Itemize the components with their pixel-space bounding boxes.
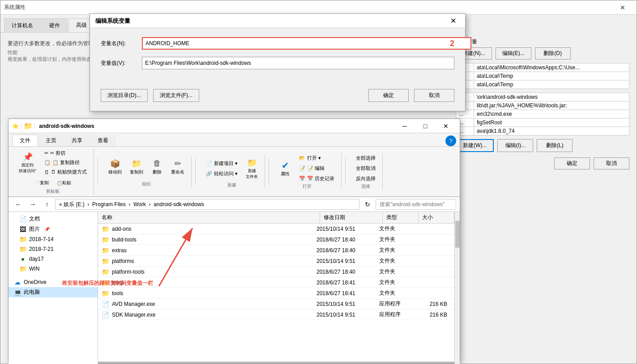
open-group: ✔ 属性 📂 打开 ▾ 📝 📝 编辑 📅 📅 历史记录 bbox=[273, 153, 342, 190]
rename-btn[interactable]: ✏ 重命名 bbox=[168, 156, 188, 178]
forward-btn[interactable]: → bbox=[26, 199, 39, 210]
sys-props-close-btn[interactable]: ✕ bbox=[612, 0, 633, 15]
table-row[interactable]: ... ava\jdk1.8.0_74 bbox=[456, 127, 629, 135]
var-value-label: 变量值(V): bbox=[101, 59, 137, 67]
folder-icon: 📁 bbox=[102, 247, 109, 254]
browse-file-btn[interactable]: 浏览文件(F)... bbox=[153, 89, 199, 102]
folder-2018-7-14-icon: 📁 bbox=[19, 236, 26, 243]
nav-item-2018-7-14[interactable]: 📁 2018-7-14 bbox=[9, 234, 98, 244]
table-row[interactable]: ... ata\Local\Temp bbox=[456, 80, 629, 89]
ribbon-tab-view[interactable]: 查看 bbox=[90, 135, 116, 146]
edit-var-content: 变量名(N): 2 变量值(V): bbox=[90, 28, 465, 85]
list-item[interactable]: 📁 temp 2018/6/27 18:41 文件夹 bbox=[98, 277, 454, 288]
table-row[interactable]: ... \ork\android-sdk-windows bbox=[456, 93, 629, 102]
help-btn[interactable]: ? bbox=[445, 135, 456, 146]
list-item[interactable]: 📄 AVD Manager.exe 2015/10/14 9:51 应用程序 2… bbox=[98, 299, 454, 309]
table-row[interactable]: ... em32\cmd.exe bbox=[456, 110, 629, 119]
ribbon-tab-share[interactable]: 共享 bbox=[64, 135, 90, 146]
copy-btn[interactable]: 📄 复制 bbox=[31, 178, 52, 188]
delete-btn[interactable]: 🗑 删除 bbox=[148, 156, 166, 178]
back-btn[interactable]: ← bbox=[12, 199, 25, 210]
list-item[interactable]: 📄 SDK Manager.exe 2015/10/14 9:51 应用程序 2… bbox=[98, 309, 454, 320]
folder-icon: 📁 bbox=[102, 258, 109, 265]
col-header-name[interactable]: 名称 bbox=[98, 212, 320, 223]
search-input[interactable] bbox=[376, 199, 456, 210]
edit-user-var-btn[interactable]: 编辑(E)... bbox=[496, 47, 531, 59]
open-btn[interactable]: 📂 打开 ▾ bbox=[296, 153, 338, 163]
copy-path-btn[interactable]: 📋 📋 复制路径 bbox=[41, 158, 90, 167]
explorer-close-btn[interactable]: ✕ bbox=[436, 119, 456, 133]
properties-btn[interactable]: ✔ 属性 bbox=[276, 158, 294, 179]
scrollbar-thumb[interactable] bbox=[455, 221, 460, 248]
new-folder-btn[interactable]: 📁 新建文件夹 bbox=[243, 155, 261, 182]
organize-btns: 📦 移动到 📁 复制到 🗑 删除 ✏ 重命名 bbox=[105, 156, 188, 178]
explorer-minimize-btn[interactable]: ─ bbox=[394, 119, 415, 133]
nav-item-2018-7-21[interactable]: 📁 2018-7-21 bbox=[9, 244, 98, 254]
table-row[interactable]: ... figSetRoot bbox=[456, 119, 629, 127]
tab-computer-name[interactable]: 计算机名 bbox=[4, 18, 41, 32]
list-item[interactable]: 📁 add-ons 2015/10/14 9:51 文件夹 bbox=[98, 224, 454, 234]
dialog-ok-btn[interactable]: 确定 bbox=[368, 89, 409, 102]
history-btn[interactable]: 📅 📅 历史记录 bbox=[296, 174, 338, 183]
ribbon-tab-file[interactable]: 文件 bbox=[12, 135, 38, 146]
dialog-cancel-btn[interactable]: 取消 bbox=[414, 89, 454, 102]
copy-icon: 📄 bbox=[34, 181, 40, 186]
address-input[interactable] bbox=[55, 199, 359, 210]
pin-btn[interactable]: 📌 固定到快速访问" bbox=[16, 149, 39, 176]
browse-dir-btn[interactable]: 浏览目录(D)... bbox=[101, 89, 148, 102]
move-to-btn[interactable]: 📦 移动到 bbox=[105, 156, 125, 178]
ribbon-tab-home[interactable]: 主页 bbox=[38, 135, 64, 146]
delete-user-var-btn[interactable]: 删除(D) bbox=[535, 47, 571, 59]
deselect-all-btn[interactable]: 全部取消 bbox=[353, 164, 379, 173]
col-header-size[interactable]: 大小 bbox=[419, 212, 454, 223]
explorer-maximize-btn[interactable]: □ bbox=[415, 119, 436, 133]
list-item[interactable]: 📁 platform-tools 2018/6/27 18:40 文件夹 bbox=[98, 267, 454, 277]
new-item-btn[interactable]: 📄 新建项目 ▾ bbox=[203, 159, 241, 168]
delete-sys-var-btn[interactable]: 删除(L) bbox=[537, 139, 573, 152]
nav-item-pics[interactable]: 🖼 图片 📌 bbox=[9, 224, 98, 234]
copy-to-btn[interactable]: 📁 复制到 bbox=[127, 156, 146, 178]
list-item[interactable]: 📁 extras 2018/6/27 18:40 文件夹 bbox=[98, 245, 454, 256]
nav-item-onedrive[interactable]: ☁ OneDrive bbox=[9, 277, 98, 287]
table-row[interactable]: ... ata\Local\Temp bbox=[456, 72, 629, 80]
tab-hardware[interactable]: 硬件 bbox=[42, 18, 68, 32]
up-btn[interactable]: ↑ bbox=[41, 199, 53, 210]
col-header-type[interactable]: 类型 bbox=[383, 212, 419, 223]
copy-path-label: 📋 复制路径 bbox=[52, 159, 80, 166]
list-item[interactable]: 📁 tools 2018/6/27 18:41 文件夹 bbox=[98, 288, 454, 299]
file-date: 2015/10/14 9:51 bbox=[316, 301, 379, 307]
col-header-date[interactable]: 修改日期 bbox=[320, 212, 383, 223]
table-row[interactable]: ... ata\Local\Microsoft\WindowsApps;C:\U… bbox=[456, 63, 629, 72]
list-item[interactable]: 📁 platforms 2015/10/14 9:51 文件夹 bbox=[98, 256, 454, 267]
paste-btn[interactable]: 📋 粘贴 bbox=[54, 178, 74, 188]
file-date: 2015/10/14 9:51 bbox=[316, 258, 379, 264]
nav-item-docs[interactable]: 📄 文档 bbox=[9, 214, 98, 224]
title-sep2: | bbox=[34, 123, 36, 128]
list-item[interactable]: 📁 build-tools 2018/6/27 18:40 文件夹 bbox=[98, 234, 454, 245]
cancel-btn[interactable]: 取消 bbox=[594, 157, 629, 169]
sys-props-win-controls: ✕ bbox=[612, 0, 633, 15]
edit-sys-var-btn[interactable]: 编辑(I)... bbox=[497, 139, 533, 152]
new-sys-var-btn[interactable]: 新建(W)... bbox=[456, 139, 494, 152]
invert-select-btn[interactable]: 反向选择 bbox=[353, 174, 379, 183]
cut-label: ✂ 剪切 bbox=[50, 150, 65, 157]
file-date: 2018/6/27 18:40 bbox=[316, 269, 379, 275]
nav-item-win[interactable]: 📁 WIN bbox=[9, 264, 98, 274]
edit-open-btn[interactable]: 📝 📝 编辑 bbox=[296, 164, 338, 173]
ok-btn[interactable]: 确定 bbox=[554, 157, 590, 169]
history-label: 📅 历史记录 bbox=[307, 175, 334, 182]
easy-access-btn[interactable]: 🔗 轻松访问 ▾ bbox=[203, 169, 241, 178]
scrollbar-v[interactable] bbox=[454, 212, 460, 364]
cut-btn[interactable]: ✂ ✂ 剪切 bbox=[41, 148, 90, 158]
file-icon: 📄 bbox=[102, 301, 109, 308]
refresh-btn[interactable]: ↻ bbox=[361, 199, 374, 210]
var-name-input[interactable] bbox=[142, 37, 471, 50]
paste-shortcut-btn[interactable]: 🗒 🗒 粘贴快捷方式 bbox=[41, 167, 90, 177]
table-row[interactable]: ... lib\dt.jar;%JAVA_HOME%\lib\tools.jar… bbox=[456, 102, 629, 110]
nav-item-thispc[interactable]: 💻 此电脑 bbox=[9, 287, 98, 297]
select-all-btn[interactable]: 全部选择 bbox=[353, 153, 379, 163]
var-value-input[interactable] bbox=[142, 57, 454, 69]
nav-item-day17[interactable]: ● day17 bbox=[9, 254, 98, 264]
edit-var-close-btn[interactable]: ✕ bbox=[446, 15, 460, 27]
explorer-title: android-sdk-windows bbox=[39, 123, 394, 129]
